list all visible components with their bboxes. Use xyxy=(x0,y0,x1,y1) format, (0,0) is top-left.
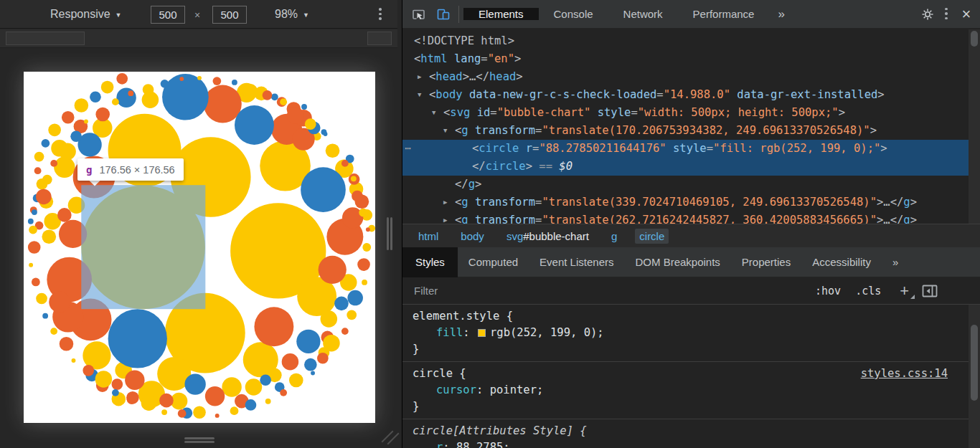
bubble-circle[interactable] xyxy=(32,209,37,215)
dom-tree-node[interactable]: ▶<head>…</head> xyxy=(402,68,969,86)
bubble-circle[interactable] xyxy=(112,98,119,105)
bubble-circle[interactable] xyxy=(362,243,371,252)
css-property-value[interactable]: 88.2785; xyxy=(456,441,510,448)
bubble-circle[interactable] xyxy=(301,167,346,212)
bubble-circle[interactable] xyxy=(49,292,70,313)
bubble-circle[interactable] xyxy=(95,108,110,122)
bubble-circle[interactable] xyxy=(178,409,187,418)
tab-performance[interactable]: Performance xyxy=(678,8,770,20)
close-devtools-icon[interactable]: × xyxy=(953,1,980,28)
bubble-circle[interactable] xyxy=(359,209,367,217)
bubble-circle[interactable] xyxy=(326,143,340,158)
dom-tree-node[interactable]: <html lang="en"> xyxy=(402,50,969,68)
styles-filter-input[interactable] xyxy=(402,285,815,297)
tab-network[interactable]: Network xyxy=(608,8,678,20)
bubble-circle[interactable] xyxy=(179,77,184,81)
bubble-circle[interactable] xyxy=(347,310,357,320)
bubble-circle[interactable] xyxy=(317,353,329,364)
bubble-circle[interactable] xyxy=(62,111,75,124)
bubble-circle[interactable] xyxy=(230,406,239,415)
bubble-circle[interactable] xyxy=(301,104,307,110)
toggle-class-button[interactable]: .cls xyxy=(855,285,881,297)
stylesheet-source-link[interactable]: styles.css:14 xyxy=(861,366,948,382)
bubble-circle[interactable] xyxy=(28,219,34,224)
dom-tree-node[interactable]: ▼<svg id="bubble-chart" style="width: 50… xyxy=(402,104,969,122)
bubble-circle[interactable] xyxy=(341,160,349,167)
css-declaration[interactable]: cursor: pointer; xyxy=(402,382,969,399)
css-selector[interactable]: element.style { xyxy=(402,308,969,325)
bubble-circle[interactable] xyxy=(334,297,349,311)
devtools-options-kebab-icon[interactable] xyxy=(940,0,953,29)
bubble-circle[interactable] xyxy=(42,139,50,148)
bubble-circle[interactable] xyxy=(213,77,222,85)
bubble-circle[interactable] xyxy=(161,80,169,88)
bubble-circle[interactable] xyxy=(28,241,41,254)
strip-segment[interactable] xyxy=(6,32,85,45)
sidebar-tab-accessibility[interactable]: Accessibility xyxy=(801,247,882,277)
bubble-circle[interactable] xyxy=(287,107,304,124)
bubble-circle[interactable] xyxy=(357,258,370,271)
bubble-circle[interactable] xyxy=(42,175,52,185)
bubble-circle[interactable] xyxy=(112,378,123,390)
bubble-circle[interactable] xyxy=(128,90,133,96)
bubble-circle[interactable] xyxy=(162,74,209,120)
bubble-circle[interactable] xyxy=(271,93,278,100)
bubble-circle[interactable] xyxy=(341,328,349,335)
styles-scrollbar[interactable] xyxy=(969,305,980,448)
css-property-value[interactable]: pointer; xyxy=(490,383,544,396)
dom-tree-node[interactable]: ▶<g transform="translate(262.72162424458… xyxy=(402,211,969,224)
sidebar-tab-computed[interactable]: Computed xyxy=(458,247,529,277)
bubble-circle[interactable] xyxy=(116,88,136,108)
bubble-circle[interactable] xyxy=(90,91,101,103)
bubble-circle[interactable] xyxy=(112,389,119,396)
css-property-name[interactable]: fill xyxy=(436,326,463,339)
bubble-circle[interactable] xyxy=(29,226,37,234)
sidebar-tab-event-listeners[interactable]: Event Listeners xyxy=(529,247,624,277)
bubble-circle[interactable] xyxy=(263,90,273,100)
bubble-circle[interactable] xyxy=(36,189,52,205)
sidebar-tab-dom-breakpoints[interactable]: DOM Breakpoints xyxy=(624,247,730,277)
bubble-circle[interactable] xyxy=(125,371,144,390)
dom-tree-node[interactable]: ▼<body data-new-gr-c-s-check-loaded="14.… xyxy=(402,86,969,104)
bubble-circle[interactable] xyxy=(215,414,220,418)
bubble-circle[interactable] xyxy=(347,290,363,306)
dom-tree-node[interactable]: ▼<g transform="translate(170.20675393438… xyxy=(402,122,969,140)
expand-arrow-closed-icon[interactable]: ▶ xyxy=(443,211,447,224)
bubble-circle[interactable] xyxy=(222,377,241,396)
bubble-circle[interactable] xyxy=(95,371,113,388)
bubble-circle[interactable] xyxy=(254,307,293,346)
toggle-hover-state-button[interactable]: :hov xyxy=(815,285,841,297)
inspect-element-icon[interactable] xyxy=(407,2,431,27)
expand-arrow-open-icon[interactable]: ▼ xyxy=(418,86,421,104)
bubble-circle[interactable] xyxy=(83,365,94,376)
bubble-circle[interactable] xyxy=(351,176,357,181)
bubble-chart-svg[interactable] xyxy=(24,72,375,423)
expand-arrow-closed-icon[interactable]: ▶ xyxy=(443,194,447,211)
toggle-sidebar-icon[interactable] xyxy=(922,285,938,297)
bubble-circle[interactable] xyxy=(235,105,274,145)
new-style-rule-button[interactable]: + xyxy=(900,282,909,300)
bubble-circle[interactable] xyxy=(197,76,202,80)
device-height-input[interactable] xyxy=(212,6,247,24)
bubble-circle[interactable] xyxy=(60,337,74,351)
bubble-circle[interactable] xyxy=(205,386,225,406)
tab-elements[interactable]: Elements xyxy=(463,8,539,20)
expand-arrow-open-icon[interactable]: ▼ xyxy=(432,104,435,122)
bubble-circle[interactable] xyxy=(366,227,370,232)
bubble-circle[interactable] xyxy=(84,120,88,124)
expand-arrow-open-icon[interactable]: ▼ xyxy=(443,122,447,140)
bubble-circle[interactable] xyxy=(260,374,271,386)
bubble-circle[interactable] xyxy=(116,73,128,85)
bubble-circle[interactable] xyxy=(42,313,48,319)
breadcrumb-item-html[interactable]: html xyxy=(414,229,443,244)
bubble-circle[interactable] xyxy=(245,399,257,411)
dom-tree-node[interactable]: <!DOCTYPE html> xyxy=(402,32,969,50)
zoom-dropdown[interactable]: 98%▼ xyxy=(275,0,309,29)
dom-tree-node[interactable]: ▶<g transform="translate(339.70247104691… xyxy=(402,194,969,211)
bubble-circle[interactable] xyxy=(32,278,40,287)
bubble-circle[interactable] xyxy=(159,394,174,408)
bubble-circle[interactable] xyxy=(42,230,56,244)
bubble-circle[interactable] xyxy=(280,389,287,396)
breadcrumb-item-g[interactable]: g xyxy=(607,229,621,244)
color-swatch[interactable] xyxy=(478,329,486,337)
